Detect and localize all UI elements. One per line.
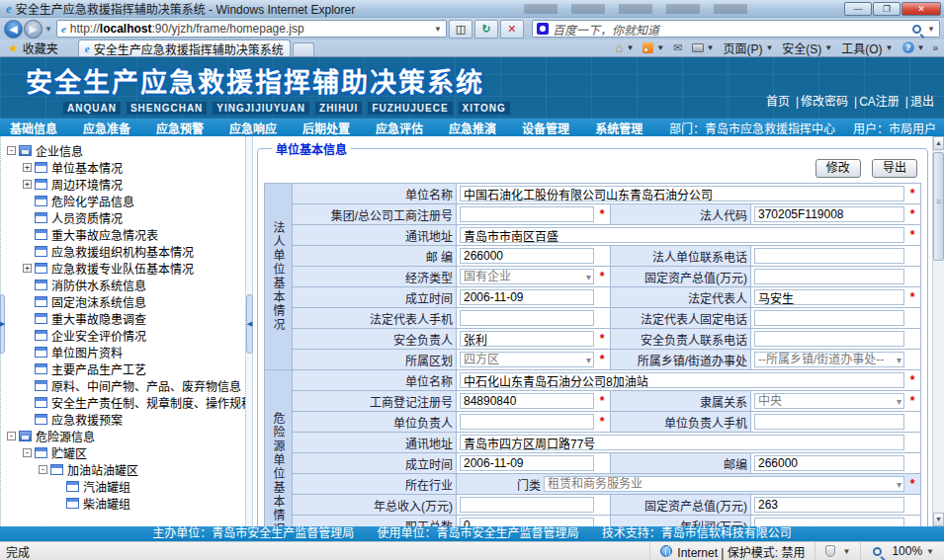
tree-expander-icon[interactable]: - [7, 432, 16, 440]
field-input[interactable] [754, 331, 904, 347]
nav-item-设备管理[interactable]: 设备管理 [522, 120, 569, 136]
tree-item[interactable]: -贮罐区 [7, 444, 243, 461]
nav-item-系统管理[interactable]: 系统管理 [595, 120, 643, 136]
field-input[interactable] [460, 186, 904, 201]
tree-item[interactable]: +固定泡沫系统信息 [7, 293, 243, 310]
field-input[interactable] [754, 289, 904, 305]
feeds-button[interactable]: ▼ [643, 42, 664, 53]
tree-item[interactable]: +重大事故隐患调查 [7, 310, 243, 327]
read-mail-button[interactable]: ✉ [673, 41, 682, 54]
export-button[interactable]: 导出 [872, 159, 917, 178]
tree-item[interactable]: +单位图片资料 [7, 344, 243, 360]
tree-item[interactable]: +人员资质情况 [7, 209, 243, 226]
stop-button[interactable]: ✕ [500, 20, 524, 39]
field-select[interactable]: 国有企业 [460, 269, 594, 284]
tree-item[interactable]: +周边环境情况 [7, 176, 243, 193]
tree-item[interactable]: +应急救援专业队伍基本情况 [7, 260, 243, 277]
top-link-退出[interactable]: 退出 [910, 95, 934, 109]
page-menu[interactable]: 页面(P)▼ [723, 40, 773, 56]
field-input[interactable] [460, 289, 594, 305]
search-icon[interactable] [912, 25, 921, 34]
field-input[interactable] [460, 310, 594, 326]
field-select[interactable]: --所属乡镇/街道办事处-- [754, 352, 904, 367]
tree-item[interactable]: +重大事故应急情况表 [7, 226, 243, 243]
field-input[interactable] [460, 206, 594, 222]
tools-menu[interactable]: 工具(O)▼ [841, 40, 893, 56]
tree-item[interactable]: -企业信息 [7, 142, 243, 159]
field-input[interactable] [460, 393, 594, 409]
safety-menu[interactable]: 安全(S)▼ [782, 40, 832, 56]
tree-item[interactable]: +危险化学品信息 [7, 193, 243, 209]
tree-item[interactable]: +原料、中间产物、产品、废弃物信息 [7, 377, 243, 394]
minimize-button[interactable]: — [844, 2, 872, 16]
tree-item[interactable]: +应急救援组织机构基本情况 [7, 243, 243, 260]
zoom-control[interactable]: 100% ▼ [860, 542, 944, 560]
tree-item[interactable]: +柴油罐组 [7, 495, 243, 512]
field-input[interactable] [754, 269, 904, 284]
search-dropdown-icon[interactable]: ▼ [927, 25, 935, 34]
tree-expander-icon[interactable]: - [7, 146, 16, 155]
nav-item-应急准备[interactable]: 应急准备 [83, 120, 130, 136]
tree-item[interactable]: -危险源信息 [7, 428, 243, 444]
field-input[interactable] [460, 331, 594, 347]
tree-expander-icon[interactable]: + [23, 180, 32, 189]
overflow-chevron-icon[interactable]: » [932, 42, 938, 53]
field-input[interactable] [460, 455, 594, 471]
field-input[interactable] [460, 435, 904, 450]
field-input[interactable] [754, 310, 904, 326]
tree-item[interactable]: +消防供水系统信息 [7, 277, 243, 293]
sidebar-splitter[interactable]: ◀ [245, 136, 253, 526]
tree-expander-icon[interactable]: - [23, 448, 32, 457]
splitter-collapse-handle[interactable]: ◀ [246, 294, 253, 354]
url-field[interactable]: e http://localhost:90/yjzh/frame/homepag… [56, 20, 447, 38]
tree-item[interactable]: +安全生产责任制、规章制度、操作规程信息 [7, 394, 243, 411]
tree-item[interactable]: -加油站油罐区 [7, 461, 243, 478]
field-input[interactable] [460, 248, 594, 264]
url-dropdown-icon[interactable]: ▼ [434, 25, 442, 34]
favorites-button[interactable]: ★ 收藏夹 [0, 40, 66, 56]
tree-item[interactable]: +应急救援预案 [7, 411, 243, 428]
vertical-scrollbar[interactable]: ▲ ▼ [932, 136, 944, 526]
history-dropdown-icon[interactable]: ▼ [44, 25, 52, 34]
refresh-button[interactable]: ↻ [474, 20, 498, 39]
new-tab-button[interactable] [293, 42, 314, 56]
nav-item-应急响应[interactable]: 应急响应 [229, 120, 277, 136]
tree-item[interactable]: +主要产品生产工艺 [7, 360, 243, 377]
nav-item-应急推演[interactable]: 应急推演 [449, 120, 496, 136]
nav-item-基础信息[interactable]: 基础信息 [10, 120, 57, 136]
browser-tab[interactable]: e 安全生产应急救援指挥辅助决策系统 [78, 40, 291, 56]
search-input[interactable]: 百度一下，你就知道 ▼ [532, 20, 940, 38]
field-input[interactable] [754, 414, 904, 430]
forward-button[interactable]: ▶ [24, 20, 43, 39]
top-link-修改密码[interactable]: 修改密码 [801, 95, 848, 109]
field-input[interactable] [460, 497, 594, 513]
tree-item[interactable]: +企业安全评价情况 [7, 327, 243, 344]
field-input[interactable] [460, 414, 594, 430]
home-button[interactable]: ⌂▼ [616, 41, 635, 54]
field-input[interactable] [460, 372, 904, 388]
print-button[interactable]: ▼ [692, 43, 715, 52]
modify-button[interactable]: 修改 [815, 159, 861, 178]
field-select[interactable]: 租赁和商务服务业 [544, 476, 904, 492]
tree-expander-icon[interactable]: + [23, 163, 32, 172]
field-input[interactable] [754, 206, 904, 222]
field-select[interactable]: 中央 [754, 393, 904, 409]
help-menu[interactable]: ?▼ [902, 41, 925, 53]
top-link-CA注册[interactable]: CA注册 [859, 95, 900, 109]
field-input[interactable] [754, 497, 904, 513]
back-button[interactable]: ◀ [4, 20, 23, 39]
field-input[interactable] [754, 455, 904, 471]
maximize-button[interactable]: ❐ [873, 2, 901, 16]
left-collapse-handle[interactable]: ▶ [0, 294, 5, 354]
field-input[interactable] [754, 248, 904, 264]
tree-expander-icon[interactable]: - [39, 465, 47, 474]
tree-item[interactable]: +单位基本情况 [7, 159, 243, 176]
nav-item-应急评估[interactable]: 应急评估 [376, 120, 423, 136]
compatibility-view-button[interactable]: ◫ [449, 20, 472, 39]
protected-mode-control[interactable]: ▼ [815, 542, 860, 560]
field-input[interactable] [460, 518, 594, 526]
field-select[interactable]: 四方区 [460, 352, 594, 367]
tree-expander-icon[interactable]: + [23, 264, 32, 273]
scroll-up-icon[interactable]: ▲ [933, 136, 944, 150]
tree-item[interactable]: +汽油罐组 [7, 478, 243, 495]
